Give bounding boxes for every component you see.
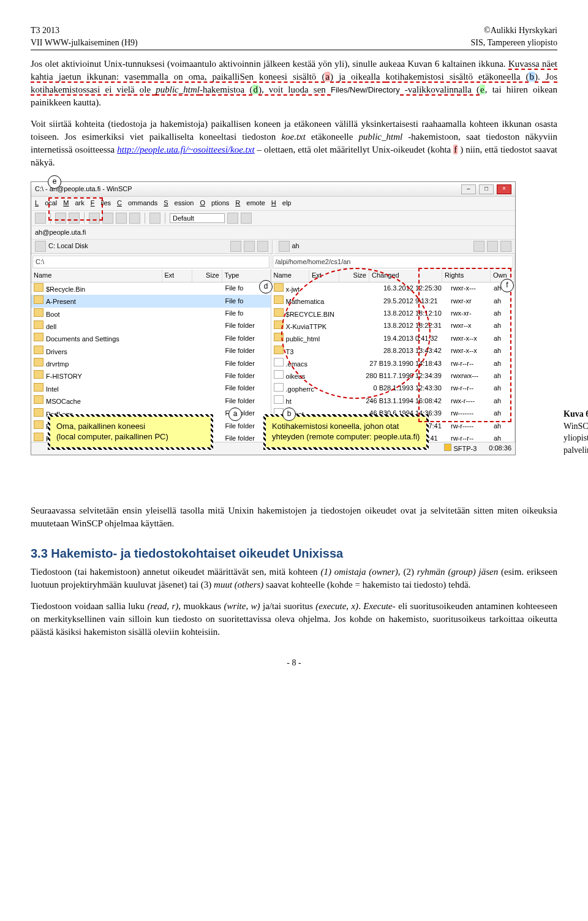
column-header[interactable]: Name [271, 270, 309, 281]
drive-icon [35, 241, 46, 252]
tool-icon[interactable] [55, 213, 66, 224]
example-url[interactable]: http://people.uta.fi/~osoitteesi/koe.txt [117, 145, 254, 154]
tool-icon[interactable] [69, 213, 80, 224]
tool-icon[interactable] [129, 213, 140, 224]
nav-icon[interactable] [500, 241, 511, 252]
local-row[interactable]: dellFile folder [31, 320, 271, 332]
tool-icon[interactable] [241, 213, 252, 224]
remote-path[interactable]: /alpi/home/home2/cs1/an [273, 256, 513, 268]
local-row[interactable]: DriversFile folder [31, 345, 271, 357]
menu-remote[interactable]: Remote [235, 199, 265, 207]
paragraph-1: Jos olet aktivioinut Unix-tunnuksesi (vo… [31, 58, 557, 109]
paragraph-3: Seuraavassa selvitetään ensin yleisellä … [31, 504, 557, 530]
nav-icon[interactable] [473, 241, 484, 252]
local-row[interactable]: drvrtmpFile folder [31, 357, 271, 370]
local-path[interactable]: C:\ [32, 256, 270, 268]
menu-mark[interactable]: Mark [63, 199, 84, 207]
maximize-button[interactable]: □ [479, 184, 494, 194]
remote-location[interactable]: ah [292, 241, 300, 251]
figure-caption: Kuva 6 WinSCP yhteys yliopiston people-p… [564, 408, 588, 456]
lock-icon [444, 444, 451, 451]
local-headers[interactable]: NameExtSizeType [31, 270, 271, 282]
toolbar-1[interactable] [31, 211, 515, 226]
column-header[interactable]: Size [339, 270, 369, 281]
header-topleft: T3 2013 [31, 25, 138, 37]
tool-icon[interactable] [149, 213, 160, 224]
remote-row[interactable]: public_html19.4.2013 0:41:32rwxr-x--xah [271, 332, 514, 344]
menu-help[interactable]: Help [271, 199, 292, 207]
folder-icon [279, 241, 290, 252]
paragraph-5: Tiedostoon voidaan sallia luku (read, r)… [31, 600, 557, 639]
figure-6: e C:\ - ah@people.uta.fi - WinSCP – □ × … [31, 181, 557, 455]
local-row[interactable]: $Recycle.BinFile fo [31, 282, 271, 295]
header-bottomright: SIS, Tampereen yliopisto [471, 37, 557, 49]
page-number: - 8 - [31, 657, 557, 669]
local-row[interactable]: IntelFile folder [31, 382, 271, 395]
local-row[interactable]: BootFile fo [31, 308, 271, 320]
heading-3-3: 3.3 Hakemisto- ja tiedostokohtaiset oike… [31, 545, 557, 562]
remote-row[interactable]: Mathematica29.5.2012 9:13:21rwxr-xrah [271, 295, 514, 307]
menu-commands[interactable]: Commands [117, 199, 157, 207]
close-button[interactable]: × [497, 184, 511, 194]
tool-icon[interactable] [227, 213, 238, 224]
tool-icon[interactable] [102, 213, 113, 224]
remote-row[interactable]: x-jwt16.3.2012 12:25:30rwxr-x---ah [271, 282, 514, 295]
local-row[interactable]: MSOCacheFile folder [31, 395, 271, 407]
nav-icon[interactable] [487, 241, 498, 252]
tool-icon[interactable] [116, 213, 127, 224]
window-titlebar[interactable]: C:\ - ah@people.uta.fi - WinSCP – □ × [31, 182, 515, 197]
remote-row[interactable]: T328.8.2013 13:43:42rwxr-x--xah [271, 345, 514, 357]
remote-row[interactable]: oikeus280 B11.7.1990 12:34:39rwxrwx---ah [271, 370, 514, 382]
menubar[interactable]: LocalMarkFilesCommandsSessionOptionsRemo… [31, 197, 515, 210]
column-header[interactable]: Changed [369, 270, 442, 281]
local-row[interactable]: A-PresentFile fo [31, 295, 271, 307]
header-topright: ©Aulikki Hyrskykari [471, 25, 557, 37]
local-row[interactable]: Documents and SettingsFile folder [31, 332, 271, 344]
local-row[interactable]: F-HISTORYFile folder [31, 370, 271, 382]
remote-pane[interactable]: /alpi/home/home2/cs1/an NameExtSizeChang… [271, 254, 515, 442]
session-tab[interactable]: ah@people.uta.fi [31, 226, 515, 240]
menu-local[interactable]: Local [35, 199, 57, 207]
menu-session[interactable]: Session [164, 199, 194, 207]
page-header: T3 2013 VII WWW-julkaiseminen (H9) ©Auli… [31, 25, 557, 50]
profile-dropdown[interactable] [170, 213, 225, 223]
minimize-button[interactable]: – [461, 184, 476, 194]
remote-headers[interactable]: NameExtSizeChangedRightsOwn [271, 270, 514, 282]
column-header[interactable]: Rights [442, 270, 491, 281]
paragraph-2: Voit siirtää kohteita (tiedostoja ja hak… [31, 118, 557, 169]
remote-row[interactable]: X-KuviaTTPK13.8.2012 18:22:31rwxr--xah [271, 320, 514, 332]
column-header[interactable]: Size [192, 270, 222, 281]
nav-icon[interactable] [244, 241, 255, 252]
column-header[interactable]: Name [31, 270, 162, 281]
tool-icon[interactable] [35, 213, 46, 224]
local-location[interactable]: C: Local Disk [48, 241, 88, 251]
column-header[interactable]: Ext [162, 270, 192, 281]
remote-row[interactable]: .gopherrc0 B28.1.1993 12:43:30rw-r--r--a… [271, 382, 514, 395]
menu-options[interactable]: Options [200, 199, 229, 207]
remote-row[interactable]: $RECYCLE.BIN13.8.2012 18:12:10rwx-xr-ah [271, 308, 514, 320]
paragraph-4: Tiedostoon (tai hakemistoon) annetut oik… [31, 566, 557, 591]
header-bottomleft: VII WWW-julkaiseminen (H9) [31, 37, 138, 49]
remote-row[interactable]: .emacs27 B19.3.1990 14:18:43rw-r--r--ah [271, 357, 514, 370]
nav-icon[interactable] [230, 241, 241, 252]
column-header[interactable]: Ext [309, 270, 339, 281]
menu-files[interactable]: Files [91, 199, 111, 207]
callout-a: Oma, paikallinen koneesi (local computer… [48, 414, 213, 450]
tool-icon[interactable] [89, 213, 100, 224]
nav-icon[interactable] [257, 241, 268, 252]
remote-row[interactable]: ht246 B13.1.1994 16:08:42rwx-r----ah [271, 395, 514, 407]
